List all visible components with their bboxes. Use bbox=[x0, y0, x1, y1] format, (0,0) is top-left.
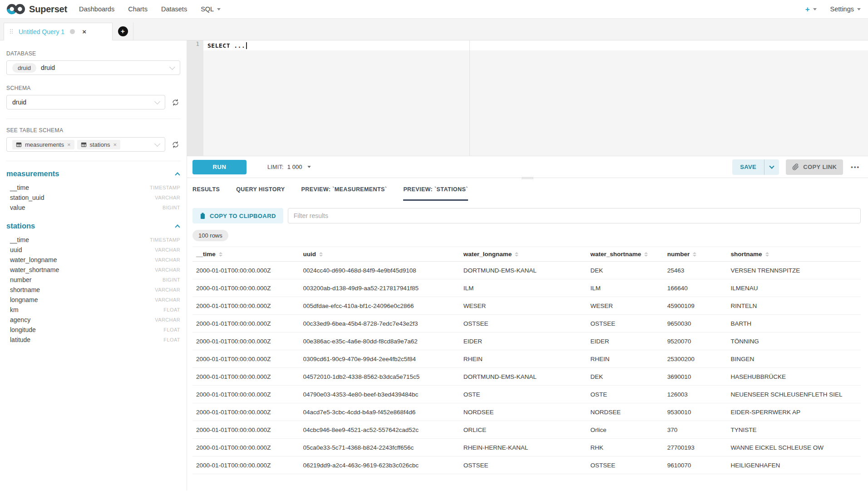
see-table-schema-label: SEE TABLE SCHEMA bbox=[6, 127, 180, 134]
results-tab-results[interactable]: RESULTS bbox=[192, 178, 220, 201]
refresh-tables-button[interactable] bbox=[171, 140, 180, 149]
table-cell: 9520070 bbox=[664, 338, 727, 345]
caret-down-icon bbox=[308, 166, 311, 168]
nav-item-datasets[interactable]: Datasets bbox=[161, 5, 187, 13]
divider bbox=[6, 119, 180, 119]
column-type: VARCHAR bbox=[155, 267, 180, 273]
grid-header: __timeuuidwater_longnamewater_shortnamen… bbox=[192, 247, 861, 262]
filter-results-input[interactable] bbox=[288, 208, 861, 223]
sort-icon bbox=[693, 252, 696, 257]
column-header-uuid[interactable]: uuid bbox=[300, 251, 460, 258]
results-tab-preview-measurements[interactable]: PREVIEW: `MEASUREMENTS` bbox=[301, 178, 387, 201]
database-select[interactable]: druid druid bbox=[6, 60, 180, 75]
schema-table-stations: stations__timeTIMESTAMPuuidVARCHARwater_… bbox=[6, 222, 180, 345]
column-name: longitude bbox=[10, 326, 36, 333]
row-count-badge: 100 rows bbox=[192, 230, 228, 241]
brand[interactable]: Superset bbox=[6, 3, 67, 15]
save-dropdown-button[interactable] bbox=[764, 159, 779, 175]
table-cell: WESER bbox=[460, 303, 587, 309]
query-tab[interactable]: Untitled Query 1 × bbox=[4, 23, 113, 40]
schema-label: SCHEMA bbox=[6, 85, 180, 91]
table-cell: Orlice bbox=[587, 427, 663, 433]
table-cell: OSTE bbox=[460, 391, 587, 398]
column-header-shortname[interactable]: shortname bbox=[727, 251, 861, 258]
column-header-water-longname[interactable]: water_longname bbox=[460, 251, 587, 258]
sidebar: DATABASE druid druid SCHEMA druid bbox=[0, 40, 187, 491]
schema-select[interactable]: druid bbox=[6, 95, 165, 109]
column-name: value bbox=[10, 204, 25, 211]
plus-icon: + bbox=[805, 5, 810, 13]
nav-item-label: Dashboards bbox=[79, 5, 114, 13]
table-cell: RHEIN-HERNE-KANAL bbox=[460, 444, 587, 451]
table-icon bbox=[16, 142, 22, 148]
clipboard-icon bbox=[200, 213, 206, 219]
chip-remove-icon[interactable]: × bbox=[113, 141, 117, 148]
resize-handle[interactable] bbox=[522, 176, 533, 180]
nav-item-dashboards[interactable]: Dashboards bbox=[79, 5, 114, 13]
sort-icon bbox=[765, 252, 769, 257]
column-header-time[interactable]: __time bbox=[192, 251, 300, 258]
table-cell: 003200ab-d138-49d9-aa52-217817941f85 bbox=[300, 285, 460, 292]
table-cell: 04acd7e5-3cbc-4cdd-b4a9-f452e868f4d6 bbox=[300, 409, 460, 416]
results-actions: COPY TO CLIPBOARD bbox=[192, 208, 861, 223]
table-cell: EIDER-SPERRWERK AP bbox=[727, 409, 861, 416]
refresh-schema-button[interactable] bbox=[171, 98, 180, 107]
sql-editor[interactable]: 1 SELECT ... bbox=[187, 40, 868, 156]
table-cell: 27700193 bbox=[664, 444, 727, 451]
table-schema-select[interactable]: measurements×stations× bbox=[6, 137, 165, 152]
line-number: 1 bbox=[187, 40, 203, 50]
column-type: FLOAT bbox=[163, 307, 180, 312]
schema-table-name: measurements bbox=[6, 169, 59, 178]
column-header-label: water_shortname bbox=[590, 251, 641, 258]
table-cell: EIDER bbox=[460, 338, 587, 345]
save-split-button: SAVE bbox=[732, 159, 779, 175]
code-area[interactable]: SELECT ... bbox=[203, 40, 868, 156]
column-type: FLOAT bbox=[163, 337, 180, 342]
table-row: 2000-01-01T00:00:00.000Z003200ab-d138-49… bbox=[192, 279, 861, 297]
run-button[interactable]: RUN bbox=[192, 160, 247, 174]
column-name: station_uuid bbox=[10, 194, 44, 201]
nav-item-charts[interactable]: Charts bbox=[128, 5, 148, 13]
save-button[interactable]: SAVE bbox=[732, 159, 764, 175]
table-cell: 9610070 bbox=[664, 462, 727, 469]
add-tab-button[interactable]: + bbox=[113, 22, 133, 40]
nav-menu: DashboardsChartsDatasetsSQL bbox=[79, 5, 221, 13]
column-type: VARCHAR bbox=[155, 297, 180, 303]
results-tabs: RESULTSQUERY HISTORYPREVIEW: `MEASUREMEN… bbox=[187, 178, 868, 201]
drag-handle-icon[interactable] bbox=[10, 29, 13, 34]
copy-link-button[interactable]: COPY LINK bbox=[786, 159, 843, 175]
query-tab-label: Untitled Query 1 bbox=[19, 28, 64, 35]
results-grid: __timeuuidwater_longnamewater_shortnamen… bbox=[192, 247, 861, 474]
editor-toolbar: RUN LIMIT: 1 000 SAVE COPY LINK bbox=[187, 156, 868, 178]
column-header-number[interactable]: number bbox=[664, 251, 727, 258]
schema-column-row: numberBIGINT bbox=[6, 275, 180, 285]
add-menu-button[interactable]: + bbox=[805, 5, 817, 13]
column-type: TIMESTAMP bbox=[150, 185, 180, 190]
sort-icon bbox=[219, 252, 222, 257]
close-tab-icon[interactable]: × bbox=[82, 28, 86, 35]
nav-item-sql[interactable]: SQL bbox=[201, 5, 221, 13]
column-header-water-shortname[interactable]: water_shortname bbox=[587, 251, 663, 258]
more-options-button[interactable]: ••• bbox=[850, 164, 861, 170]
schema-column-row: water_longnameVARCHAR bbox=[6, 255, 180, 265]
settings-menu[interactable]: Settings bbox=[830, 5, 861, 13]
schema-column-row: agencyVARCHAR bbox=[6, 315, 180, 325]
schema-table-header[interactable]: measurements bbox=[6, 169, 180, 178]
limit-dropdown[interactable]: LIMIT: 1 000 bbox=[267, 164, 311, 170]
results-tab-query-history[interactable]: QUERY HISTORY bbox=[236, 178, 285, 201]
results-tab-preview-stations[interactable]: PREVIEW: `STATIONS` bbox=[403, 178, 468, 201]
row-count-row: 100 rows bbox=[192, 230, 868, 241]
table-cell: OSTSEE bbox=[460, 462, 587, 469]
schema-column-row: valueBIGINT bbox=[6, 203, 180, 213]
chip-remove-icon[interactable]: × bbox=[67, 141, 71, 148]
chevron-down-icon bbox=[154, 99, 160, 104]
limit-label: LIMIT: bbox=[267, 164, 284, 170]
paperclip-icon bbox=[792, 164, 799, 170]
copy-to-clipboard-button[interactable]: COPY TO CLIPBOARD bbox=[192, 208, 283, 223]
brand-name: Superset bbox=[29, 4, 67, 15]
table-cell: 00e386ac-e35c-4a6e-80dd-f8cd8a9e7a62 bbox=[300, 338, 460, 345]
table-row: 2000-01-01T00:00:00.000Z04acd7e5-3cbc-4c… bbox=[192, 403, 861, 421]
database-field: DATABASE druid druid bbox=[6, 50, 180, 75]
schema-table-header[interactable]: stations bbox=[6, 222, 180, 230]
table-cell: NEUENSEER SCHLEUSENFLETH SIEL bbox=[727, 391, 861, 398]
